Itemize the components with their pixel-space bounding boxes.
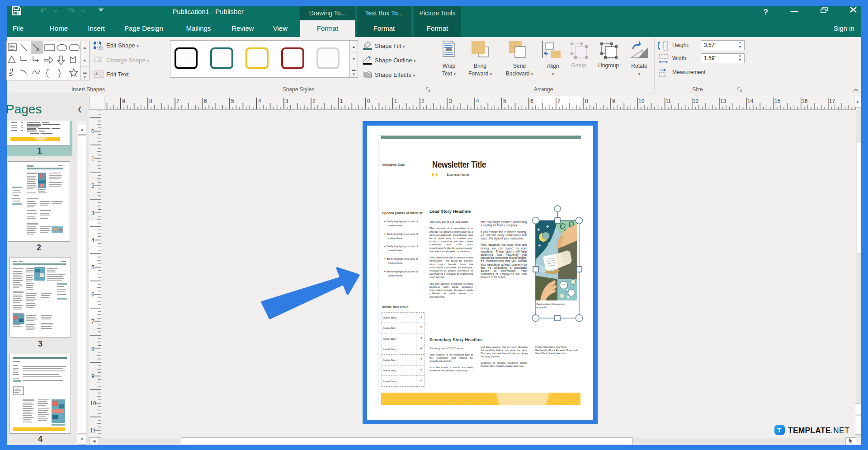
svg-text:17: 17 <box>829 98 835 104</box>
svg-text:5: 5 <box>91 264 94 271</box>
svg-text:2: 2 <box>312 98 316 104</box>
svg-text:3: 3 <box>91 210 94 216</box>
svg-text:8: 8 <box>585 98 588 104</box>
svg-text:9: 9 <box>122 98 125 104</box>
svg-text:12: 12 <box>693 98 699 104</box>
svg-text:0: 0 <box>91 128 94 135</box>
svg-text:1: 1 <box>340 98 343 104</box>
svg-text:9: 9 <box>91 373 94 380</box>
svg-text:4: 4 <box>258 98 261 104</box>
svg-text:16: 16 <box>802 98 808 104</box>
svg-text:5: 5 <box>231 98 234 104</box>
svg-text:4: 4 <box>91 237 94 244</box>
svg-text:0: 0 <box>367 98 370 104</box>
svg-text:1: 1 <box>91 155 94 162</box>
svg-text:7: 7 <box>557 98 561 104</box>
svg-text:6: 6 <box>204 98 207 104</box>
svg-text:1: 1 <box>394 98 397 104</box>
svg-text:5: 5 <box>503 98 506 104</box>
svg-text:8: 8 <box>91 346 94 352</box>
svg-text:9: 9 <box>612 98 615 104</box>
svg-text:2: 2 <box>91 183 94 189</box>
svg-text:11: 11 <box>90 427 96 434</box>
svg-text:13: 13 <box>720 98 726 104</box>
svg-text:4: 4 <box>476 98 479 104</box>
svg-text:8: 8 <box>149 98 152 104</box>
svg-text:10: 10 <box>90 400 96 407</box>
svg-text:7: 7 <box>91 319 94 325</box>
svg-text:6: 6 <box>91 291 94 298</box>
svg-text:7: 7 <box>176 98 179 104</box>
svg-text:6: 6 <box>530 98 533 104</box>
svg-text:2: 2 <box>421 98 425 104</box>
svg-text:10: 10 <box>638 98 645 104</box>
svg-text:11: 11 <box>665 98 671 104</box>
svg-text:3: 3 <box>285 98 288 104</box>
svg-text:3: 3 <box>449 98 452 104</box>
svg-text:15: 15 <box>774 98 781 104</box>
svg-text:14: 14 <box>747 98 754 104</box>
